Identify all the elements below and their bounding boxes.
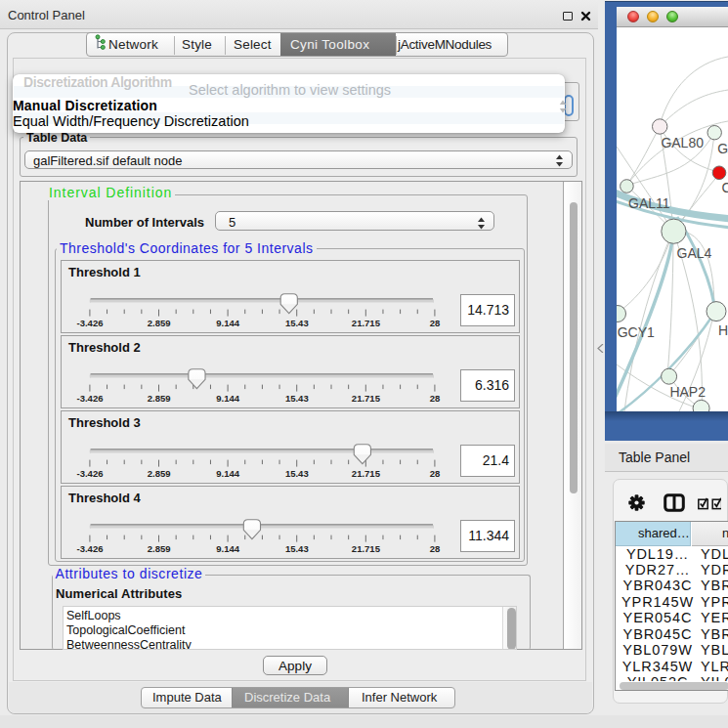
- svg-text:21.715: 21.715: [352, 393, 381, 404]
- svg-text:28: 28: [430, 468, 441, 479]
- svg-text:9.144: 9.144: [216, 318, 239, 328]
- svg-text:C: C: [722, 180, 728, 195]
- svg-text:2.859: 2.859: [148, 393, 171, 404]
- svg-text:15.43: 15.43: [285, 318, 309, 328]
- svg-text:9.144: 9.144: [216, 543, 239, 554]
- svg-text:GAL4: GAL4: [677, 245, 712, 261]
- svg-text:21.715: 21.715: [352, 468, 381, 479]
- svg-text:GCY1: GCY1: [618, 324, 655, 340]
- svg-text:15.43: 15.43: [285, 393, 309, 404]
- svg-text:21.715: 21.715: [352, 543, 381, 554]
- svg-text:GAL11: GAL11: [628, 195, 670, 211]
- svg-text:GA: GA: [717, 141, 728, 156]
- svg-text:28: 28: [430, 393, 441, 404]
- svg-text:9.144: 9.144: [216, 393, 239, 404]
- svg-text:-3.426: -3.426: [77, 468, 104, 479]
- svg-text:GAL80: GAL80: [661, 135, 704, 150]
- svg-text:15.43: 15.43: [285, 543, 309, 554]
- svg-text:15.43: 15.43: [285, 468, 309, 479]
- svg-text:21.715: 21.715: [352, 318, 381, 328]
- svg-text:28: 28: [430, 543, 441, 554]
- svg-text:-3.426: -3.426: [77, 393, 104, 404]
- svg-text:-3.426: -3.426: [77, 543, 104, 554]
- svg-text:H: H: [718, 322, 728, 338]
- svg-text:2.859: 2.859: [148, 543, 171, 554]
- svg-text:28: 28: [430, 318, 441, 328]
- svg-text:2.859: 2.859: [148, 318, 171, 328]
- svg-text:HAP2: HAP2: [669, 384, 706, 400]
- svg-text:9.144: 9.144: [216, 468, 239, 479]
- svg-text:2.859: 2.859: [148, 468, 171, 479]
- svg-text:-3.426: -3.426: [77, 318, 104, 328]
